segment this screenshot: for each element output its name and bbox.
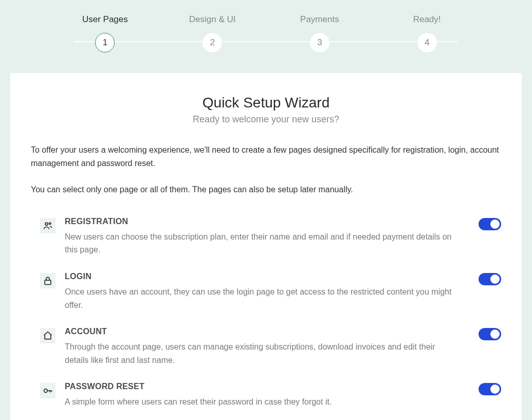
svg-point-3 bbox=[44, 389, 48, 393]
users-icon bbox=[40, 218, 56, 233]
option-title: PASSWORD RESET bbox=[65, 382, 459, 391]
toggle-login[interactable] bbox=[479, 273, 501, 285]
setup-stepper: User Pages 1 Design & UI 2 Payments 3 Re… bbox=[0, 0, 532, 52]
option-login: LOGIN Once users have an account, they c… bbox=[31, 266, 501, 321]
step-ready[interactable]: Ready! 4 bbox=[373, 14, 481, 52]
step-label: User Pages bbox=[82, 14, 128, 25]
option-content: ACCOUNT Through the account page, users … bbox=[65, 327, 469, 367]
svg-point-1 bbox=[49, 223, 51, 224]
svg-rect-2 bbox=[45, 280, 51, 284]
option-title: ACCOUNT bbox=[65, 327, 459, 336]
toggle-account[interactable] bbox=[479, 328, 501, 340]
key-icon bbox=[40, 383, 56, 398]
option-registration: REGISTRATION New users can choose the su… bbox=[31, 211, 501, 266]
toggle-registration[interactable] bbox=[479, 218, 501, 230]
intro-text-1: To offer your users a welcoming experien… bbox=[31, 143, 501, 170]
step-label: Payments bbox=[300, 14, 339, 25]
step-circle: 3 bbox=[310, 33, 329, 52]
option-password-reset: PASSWORD RESET A simple form where users… bbox=[31, 376, 501, 418]
option-desc: Once users have an account, they can use… bbox=[65, 285, 459, 312]
option-content: LOGIN Once users have an account, they c… bbox=[65, 272, 469, 312]
step-circle: 1 bbox=[95, 33, 115, 52]
wizard-subtitle: Ready to welcome your new users? bbox=[31, 114, 501, 125]
option-desc: Through the account page, users can mana… bbox=[65, 340, 459, 367]
step-payments[interactable]: Payments 3 bbox=[266, 14, 374, 52]
step-design-ui[interactable]: Design & UI 2 bbox=[159, 14, 266, 52]
step-circle: 4 bbox=[417, 33, 437, 52]
toggle-password-reset[interactable] bbox=[479, 383, 501, 395]
option-account: ACCOUNT Through the account page, users … bbox=[31, 321, 501, 376]
option-desc: A simple form where users can reset thei… bbox=[65, 395, 459, 409]
step-label: Design & UI bbox=[189, 14, 236, 25]
option-title: REGISTRATION bbox=[65, 217, 459, 226]
wizard-card: Quick Setup Wizard Ready to welcome your… bbox=[10, 73, 522, 420]
wizard-title: Quick Setup Wizard bbox=[31, 95, 501, 111]
step-user-pages[interactable]: User Pages 1 bbox=[51, 14, 159, 52]
option-content: REGISTRATION New users can choose the su… bbox=[65, 217, 469, 257]
svg-point-0 bbox=[45, 223, 48, 225]
intro-text-2: You can select only one page or all of t… bbox=[31, 183, 501, 196]
lock-icon bbox=[40, 273, 56, 288]
option-desc: New users can choose the subscription pl… bbox=[65, 230, 459, 257]
step-label: Ready! bbox=[413, 14, 441, 25]
page-options-list: REGISTRATION New users can choose the su… bbox=[31, 211, 501, 418]
home-icon bbox=[40, 328, 56, 343]
step-circle: 2 bbox=[203, 33, 222, 52]
option-title: LOGIN bbox=[65, 272, 459, 281]
option-content: PASSWORD RESET A simple form where users… bbox=[65, 382, 469, 409]
